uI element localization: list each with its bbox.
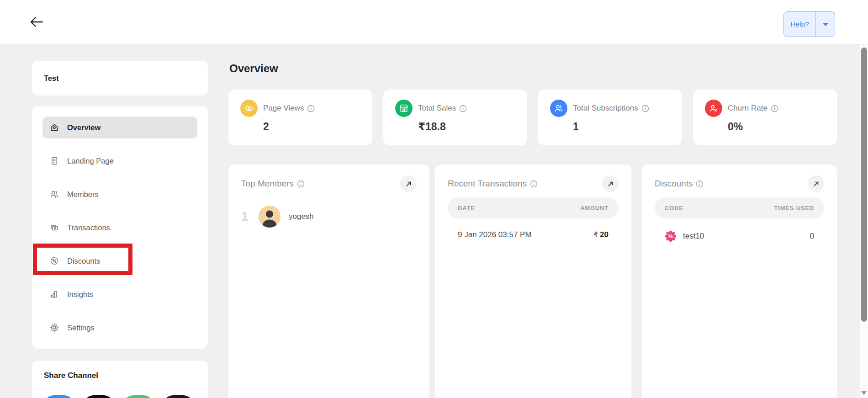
column-times-used: TIMES USED	[774, 205, 814, 212]
info-icon[interactable]	[459, 105, 467, 112]
stat-value: 1	[573, 121, 670, 133]
user-churn-icon	[705, 100, 722, 117]
arrow-up-right-icon	[405, 180, 412, 187]
bar-chart-icon	[49, 289, 59, 299]
discount-row: % test10 0	[655, 230, 824, 242]
currency-symbol: ₹	[593, 231, 598, 239]
share-channel-title: Share Channel	[44, 370, 196, 381]
gear-icon	[49, 323, 59, 333]
share-channel-card: Share Channel	[32, 361, 208, 398]
stat-value: 0%	[728, 121, 825, 133]
share-channel-buttons	[44, 395, 196, 398]
member-row[interactable]: 1 yogesh	[241, 206, 417, 228]
share-x-button[interactable]	[84, 395, 114, 398]
page-title: Overview	[229, 62, 278, 75]
stat-card-churn-rate: Churn Rate 0%	[693, 90, 837, 145]
expand-top-members-button[interactable]	[400, 175, 417, 192]
help-dropdown-button[interactable]	[816, 12, 835, 37]
stat-label: Total Sales	[418, 104, 456, 113]
back-button[interactable]	[26, 12, 47, 32]
member-name: yogesh	[289, 212, 314, 221]
discount-code: test10	[683, 232, 704, 241]
avatar	[259, 206, 281, 228]
scrollbar-thumb[interactable]	[861, 48, 867, 322]
topbar: Help?	[0, 0, 868, 44]
amount-value: 20	[600, 230, 609, 239]
recent-transactions-panel: Recent Transactions DATE AMOUNT 9 Jan 20…	[435, 165, 631, 398]
column-amount: AMOUNT	[580, 205, 609, 212]
home-icon	[49, 122, 59, 133]
sidebar-nav: Overview Landing Page Members	[32, 106, 208, 349]
expand-discounts-button[interactable]	[808, 175, 824, 192]
member-rank: 1	[241, 209, 253, 224]
info-icon[interactable]	[641, 105, 649, 112]
info-icon[interactable]	[307, 105, 315, 112]
percent-badge-icon	[49, 256, 59, 266]
discount-badge-icon: %	[665, 230, 677, 242]
sidebar-item-label: Insights	[67, 290, 93, 299]
users-icon	[550, 100, 567, 117]
panel-title: Discounts	[655, 179, 693, 189]
document-icon	[49, 156, 59, 166]
transactions-table-header: DATE AMOUNT	[448, 197, 619, 218]
stat-card-total-sales: Total Sales ₹18.8	[383, 90, 527, 145]
share-telegram-button[interactable]	[44, 395, 74, 398]
info-icon[interactable]	[696, 180, 704, 188]
cash-stack-icon	[49, 223, 59, 233]
users-icon	[49, 189, 59, 199]
stat-label: Page Views	[263, 104, 304, 113]
svg-text:%: %	[668, 233, 673, 239]
arrow-up-right-icon	[607, 180, 614, 187]
expand-transactions-button[interactable]	[602, 175, 619, 192]
stat-card-page-views: Page Views 2	[228, 90, 372, 145]
eye-icon	[240, 100, 258, 117]
sidebar-item-overview[interactable]: Overview	[42, 117, 197, 138]
workspace-name: Test	[44, 74, 59, 83]
panel-title: Top Members	[241, 179, 294, 189]
back-arrow-icon	[28, 15, 45, 29]
column-date: DATE	[458, 205, 475, 212]
chevron-down-icon	[823, 23, 828, 26]
stat-value: 2	[263, 121, 360, 133]
sidebar-item-insights[interactable]: Insights	[42, 283, 197, 305]
stats-row: Page Views 2	[228, 90, 837, 145]
top-members-panel: Top Members 1	[228, 165, 429, 398]
sidebar-item-label: Settings	[67, 324, 95, 332]
stat-value: ₹18.8	[418, 121, 515, 133]
transaction-date: 9 Jan 2026 03:57 PM	[458, 230, 532, 239]
info-icon[interactable]	[530, 180, 538, 188]
panel-title: Recent Transactions	[448, 179, 527, 189]
sidebar-item-landing-page[interactable]: Landing Page	[42, 150, 197, 172]
scrollbar-down-arrow[interactable]	[861, 391, 867, 395]
sidebar-item-label: Overview	[67, 123, 101, 132]
transaction-amount: ₹20	[593, 230, 609, 239]
stat-label: Churn Rate	[728, 104, 767, 113]
sidebar-item-label: Landing Page	[67, 157, 114, 165]
vertical-scrollbar	[860, 45, 868, 398]
sidebar-item-settings[interactable]: Settings	[42, 317, 197, 339]
stat-label: Total Subscriptions	[573, 104, 638, 113]
dashboard-page: Help? Test Overview Lan	[0, 0, 868, 398]
workspace-card[interactable]: Test	[32, 61, 208, 96]
help-button[interactable]: Help?	[784, 12, 816, 37]
sidebar-item-label: Discounts	[67, 257, 100, 265]
arrow-up-right-icon	[813, 180, 820, 187]
discounts-table-header: CODE TIMES USED	[655, 197, 824, 218]
sidebar-item-label: Transactions	[67, 223, 110, 232]
transaction-row: 9 Jan 2026 03:57 PM ₹20	[448, 230, 619, 239]
sidebar-item-label: Members	[67, 190, 99, 199]
discounts-panel: Discounts CODE TIMES USED	[642, 165, 837, 398]
column-code: CODE	[665, 205, 683, 212]
discount-times-used: 0	[810, 232, 814, 241]
info-icon[interactable]	[771, 105, 778, 112]
share-whatsapp-button[interactable]	[123, 395, 153, 398]
info-icon[interactable]	[297, 180, 305, 188]
storefront-icon	[395, 100, 413, 117]
stat-card-total-subscriptions: Total Subscriptions 1	[538, 90, 682, 145]
sidebar-item-members[interactable]: Members	[42, 183, 197, 205]
share-threads-button[interactable]	[163, 395, 193, 398]
sidebar-item-transactions[interactable]: Transactions	[42, 217, 197, 239]
sidebar-item-discounts[interactable]: Discounts	[42, 250, 197, 272]
help-button-group: Help?	[783, 11, 835, 37]
